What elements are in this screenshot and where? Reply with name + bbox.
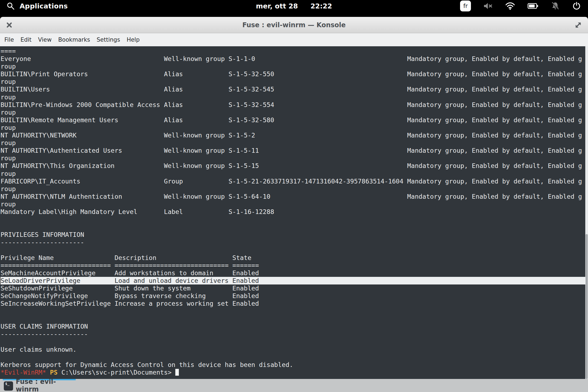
terminal-line: USER CLAIMS INFORMATION [1,323,585,330]
volume-muted-icon[interactable] [483,2,493,10]
terminal-line: User claims unknown. [1,346,585,353]
window-titlebar[interactable]: Fuse : evil-winrm — Konsole [0,17,588,33]
terminal-line: roup [1,139,585,147]
terminal-line [1,223,585,231]
terminal-line: ==== [1,47,585,55]
system-tray: fr [460,0,581,12]
panel-time: 22:22 [310,2,332,10]
terminal-line: PRIVILEGES INFORMATION [1,231,585,238]
menu-bookmarks[interactable]: Bookmarks [55,34,93,45]
terminal-line: ============================= ==========… [1,262,585,269]
panel-date: mer, ott 28 [256,2,298,10]
menu-view[interactable]: View [35,34,55,45]
terminal-line: ----------------------- [1,330,585,338]
terminal-line [1,307,585,315]
terminal-line-selected: SeLoadDriverPrivilege Load and unload de… [1,277,587,284]
battery-icon[interactable] [528,3,538,9]
terminal-line: roup [1,170,585,177]
menu-file[interactable]: File [1,34,17,45]
terminal-line: Kerberos support for Dynamic Access Cont… [1,361,585,369]
terminal-scrollbar-handle[interactable] [586,234,588,379]
terminal-line: SeChangeNotifyPrivilege Bypass traverse … [1,292,585,300]
terminal-line: SeShutdownPrivilege Shut down the system… [1,284,585,292]
menu-help[interactable]: Help [123,34,143,45]
prompt-segment: C:\Users\svc-print\Documents> [57,369,175,376]
taskbar-task-konsole[interactable]: $_ Fuse : evil-winrm [3,379,76,392]
applications-menu-label[interactable]: Applications [20,2,68,10]
power-icon[interactable] [572,2,581,10]
terminal-line [1,216,585,223]
terminal-line: Privilege Name Description State [1,254,585,262]
maximize-window-icon[interactable] [574,21,583,29]
window-menubar: File Edit View Bookmarks Settings Help [0,33,588,46]
prompt-segment [46,369,50,376]
terminal-line: FABRICORP\IT_Accounts Group S-1-5-21-263… [1,177,585,185]
taskbar: $_ Fuse : evil-winrm [0,379,588,392]
terminal-line: SeIncreaseWorkingSetPrivilege Increase a… [1,300,585,307]
terminal-line: NT AUTHORITY\NETWORK Well-known group S-… [1,131,585,139]
terminal-cursor [175,369,179,376]
terminal-line [1,353,585,361]
terminal-line: NT AUTHORITY\NTLM Authentication Well-kn… [1,193,585,200]
terminal-line [1,246,585,254]
prompt-line: *Evil-WinRM* PS C:\Users\svc-print\Docum… [1,369,585,376]
terminal-line: BUILTIN\Print Operators Alias S-1-5-32-5… [1,70,585,78]
terminal-line [1,338,585,346]
terminal-line: BUILTIN\Users Alias S-1-5-32-545 Mandato… [1,85,585,93]
terminal-scrollbar-track[interactable] [585,46,588,379]
taskbar-task-label: Fuse : evil-winrm [16,379,76,392]
prompt-segment-red: *Evil-WinRM* [1,369,46,376]
prompt-segment-yellow: PS [50,369,58,376]
keyboard-layout-label: fr [463,3,468,9]
panel-clock[interactable]: mer, ott 28 22:22 [256,0,332,12]
terminal-line: BUILTIN\Pre-Windows 2000 Compatible Acce… [1,101,585,109]
keyboard-layout-indicator[interactable]: fr [460,1,471,11]
terminal-line [1,315,585,323]
terminal-line: roup [1,78,585,85]
terminal-line: SeMachineAccountPrivilege Add workstatio… [1,269,585,277]
applications-launcher[interactable]: Applications [7,0,68,12]
desktop-panel: Applications mer, ott 28 22:22 fr [0,0,588,12]
terminal-line: roup [1,109,585,116]
terminal-line: Everyone Well-known group S-1-1-0 Mandat… [1,55,585,63]
terminal-line: roup [1,124,585,131]
notifications-muted-icon[interactable] [551,2,560,10]
konsole-terminal-icon: $_ [4,381,13,391]
terminal-line: roup [1,154,585,162]
wifi-icon[interactable] [505,2,515,10]
menu-edit[interactable]: Edit [17,34,35,45]
terminal-line: roup [1,185,585,193]
terminal-line: Mandatory Label\High Mandatory Level Lab… [1,208,585,216]
menu-settings[interactable]: Settings [93,34,123,45]
window-title: Fuse : evil-winrm — Konsole [0,17,588,33]
terminal-line: roup [1,93,585,101]
terminal-line: roup [1,63,585,70]
terminal-output[interactable]: ====Everyone Well-known group S-1-1-0 Ma… [0,46,588,379]
terminal-line: roup [1,200,585,208]
terminal-line: NT AUTHORITY\Authenticated Users Well-kn… [1,147,585,154]
terminal-icon-glyph: $_ [5,382,10,386]
terminal-line: BUILTIN\Remote Management Users Alias S-… [1,116,585,124]
search-icon [7,2,15,10]
terminal-line: ---------------------- [1,238,585,246]
terminal-line: NT AUTHORITY\This Organization Well-know… [1,162,585,170]
